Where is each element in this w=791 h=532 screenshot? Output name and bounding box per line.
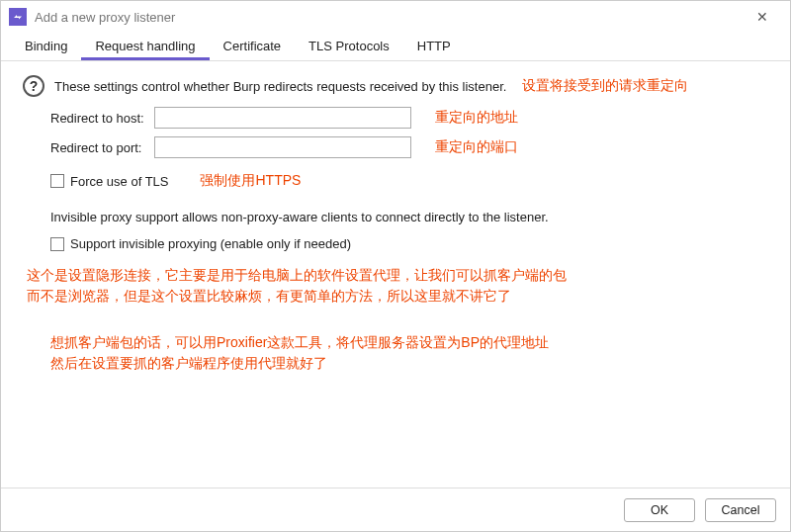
tab-tls-protocols[interactable]: TLS Protocols <box>295 33 403 60</box>
dialog-footer: OK Cancel <box>1 488 790 531</box>
annotation-proxifier-block: 想抓客户端包的话，可以用Proxifier这款工具，将代理服务器设置为BP的代理… <box>50 332 768 374</box>
annotation-invisible-line1: 这个是设置隐形连接，它主要是用于给电脑上的软件设置代理，让我们可以抓客户端的包 <box>27 265 768 286</box>
redirect-port-input[interactable] <box>154 136 411 158</box>
ok-button[interactable]: OK <box>624 498 695 522</box>
annotation-host: 重定向的地址 <box>435 109 518 127</box>
description-text: These settings control whether Burp redi… <box>54 79 506 94</box>
titlebar: Add a new proxy listener ✕ <box>1 1 790 33</box>
tab-binding[interactable]: Binding <box>11 33 81 60</box>
cancel-button[interactable]: Cancel <box>705 498 776 522</box>
invisible-proxy-description: Invisible proxy support allows non-proxy… <box>50 210 768 224</box>
annotation-port: 重定向的端口 <box>435 138 518 156</box>
force-tls-checkbox[interactable] <box>50 174 64 188</box>
invisible-proxy-checkbox[interactable] <box>50 237 64 251</box>
window-title: Add a new proxy listener <box>35 10 743 25</box>
help-icon[interactable]: ? <box>23 75 44 97</box>
body: ? These settings control whether Burp re… <box>1 61 790 531</box>
dialog-window: Add a new proxy listener ✕ Binding Reque… <box>0 0 791 532</box>
invisible-proxy-label: Support invisible proxying (enable only … <box>70 236 351 251</box>
app-icon <box>9 8 27 26</box>
annotation-invisible-block: 这个是设置隐形连接，它主要是用于给电脑上的软件设置代理，让我们可以抓客户端的包 … <box>27 265 768 307</box>
annotation-tls: 强制使用HTTPS <box>200 172 301 190</box>
force-tls-label: Force use of TLS <box>70 174 168 189</box>
tab-http[interactable]: HTTP <box>403 33 465 60</box>
redirect-host-input[interactable] <box>154 107 411 129</box>
close-icon[interactable]: ✕ <box>743 9 782 25</box>
redirect-port-label: Redirect to port: <box>50 140 154 155</box>
annotation-invisible-line2: 而不是浏览器，但是这个设置比较麻烦，有更简单的方法，所以这里就不讲它了 <box>27 286 768 307</box>
annotation-proxifier-line2: 然后在设置要抓的客户端程序使用代理就好了 <box>50 353 768 374</box>
tab-certificate[interactable]: Certificate <box>210 33 296 60</box>
annotation-proxifier-line1: 想抓客户端包的话，可以用Proxifier这款工具，将代理服务器设置为BP的代理… <box>50 332 768 353</box>
annotation-desc: 设置将接受到的请求重定向 <box>522 77 688 95</box>
tab-bar: Binding Request handling Certificate TLS… <box>1 33 790 61</box>
redirect-host-label: Redirect to host: <box>50 111 154 126</box>
tab-request-handling[interactable]: Request handling <box>81 33 209 60</box>
